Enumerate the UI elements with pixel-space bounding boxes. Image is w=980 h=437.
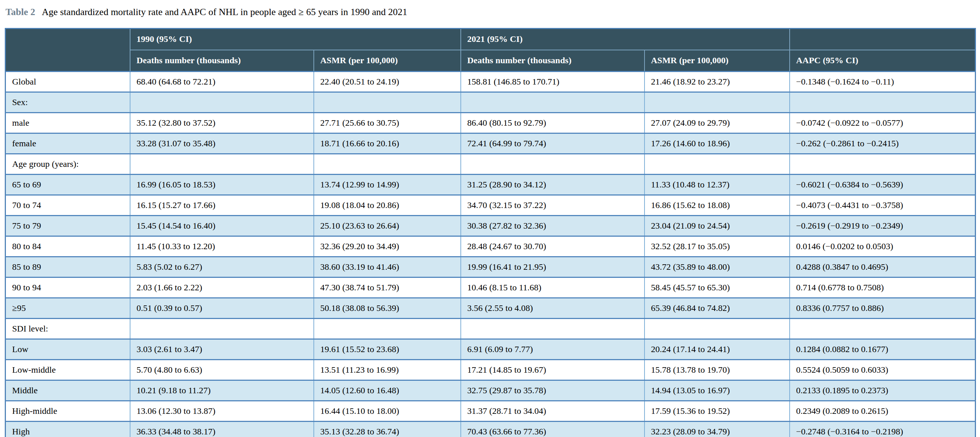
- row-label: Global: [5, 71, 130, 92]
- row-label: High: [5, 421, 130, 437]
- row-label: High-middle: [5, 400, 130, 421]
- data-cell: 16.44 (15.10 to 18.00): [314, 400, 461, 421]
- data-cell: [314, 154, 461, 174]
- table-row: Low3.03 (2.61 to 3.47)19.61 (15.52 to 23…: [5, 339, 975, 359]
- data-cell: 19.61 (15.52 to 23.68): [314, 339, 461, 359]
- data-cell: 16.15 (15.27 to 17.66): [130, 195, 314, 215]
- data-cell: 70.43 (63.66 to 77.36): [461, 421, 644, 437]
- data-cell: 22.40 (20.51 to 24.19): [314, 71, 461, 92]
- header-asmr-1990: ASMR (per 100,000): [314, 50, 461, 72]
- data-cell: 15.78 (13.78 to 19.70): [644, 359, 790, 380]
- data-cell: 23.04 (21.09 to 24.54): [644, 215, 790, 236]
- data-cell: −0.4073 (−0.4431 to −0.3758): [790, 195, 975, 215]
- table-row: 90 to 942.03 (1.66 to 2.22)47.30 (38.74 …: [5, 277, 975, 298]
- data-cell: 13.51 (11.23 to 16.99): [314, 359, 461, 380]
- data-cell: [644, 318, 790, 339]
- data-cell: [130, 318, 314, 339]
- header-group-2021: 2021 (95% CI): [461, 28, 790, 50]
- header-aapc: AAPC (95% CI): [790, 50, 975, 72]
- table-row: Global68.40 (64.68 to 72.21)22.40 (20.51…: [5, 71, 975, 92]
- data-cell: 14.94 (13.05 to 16.97): [644, 380, 790, 400]
- data-cell: 158.81 (146.85 to 170.71): [461, 71, 644, 92]
- row-label: Middle: [5, 380, 130, 400]
- data-cell: 14.05 (12.60 to 16.48): [314, 380, 461, 400]
- row-label: SDI level:: [5, 318, 130, 339]
- data-cell: 16.86 (15.62 to 18.08): [644, 195, 790, 215]
- table-row: ≥950.51 (0.39 to 0.57)50.18 (38.08 to 56…: [5, 298, 975, 318]
- row-label: 85 to 89: [5, 257, 130, 277]
- data-cell: 47.30 (38.74 to 51.79): [314, 277, 461, 298]
- data-cell: [314, 92, 461, 112]
- table-row: Middle10.21 (9.18 to 11.27)14.05 (12.60 …: [5, 380, 975, 400]
- table-row: Low-middle5.70 (4.80 to 6.63)13.51 (11.2…: [5, 359, 975, 380]
- data-cell: [461, 92, 644, 112]
- mortality-table: 1990 (95% CI) 2021 (95% CI) Deaths numbe…: [5, 28, 976, 437]
- data-cell: 86.40 (80.15 to 92.79): [461, 112, 644, 133]
- data-cell: 36.33 (34.48 to 38.17): [130, 421, 314, 437]
- header-deaths-1990: Deaths number (thousands): [130, 50, 314, 72]
- header-sub-row: Deaths number (thousands) ASMR (per 100,…: [5, 50, 975, 72]
- data-cell: 3.03 (2.61 to 3.47): [130, 339, 314, 359]
- row-label: 65 to 69: [5, 174, 130, 195]
- data-cell: 17.26 (14.60 to 18.96): [644, 133, 790, 154]
- data-cell: −0.2619 (−0.2919 to −0.2349): [790, 215, 975, 236]
- data-cell: 0.0146 (−0.0202 to 0.0503): [790, 236, 975, 257]
- row-label: 80 to 84: [5, 236, 130, 257]
- data-cell: 33.28 (31.07 to 35.48): [130, 133, 314, 154]
- data-cell: 21.46 (18.92 to 23.27): [644, 71, 790, 92]
- section-row: SDI level:: [5, 318, 975, 339]
- data-cell: 32.23 (28.09 to 34.79): [644, 421, 790, 437]
- header-corner-cell: [5, 28, 130, 71]
- data-cell: 72.41 (64.99 to 79.74): [461, 133, 644, 154]
- data-cell: 17.21 (14.85 to 19.67): [461, 359, 644, 380]
- data-cell: 35.13 (32.28 to 36.74): [314, 421, 461, 437]
- data-cell: 0.51 (0.39 to 0.57): [130, 298, 314, 318]
- data-cell: 13.74 (12.99 to 14.99): [314, 174, 461, 195]
- data-cell: 10.46 (8.15 to 11.68): [461, 277, 644, 298]
- data-cell: 35.12 (32.80 to 37.52): [130, 112, 314, 133]
- data-cell: [644, 154, 790, 174]
- data-cell: [790, 92, 975, 112]
- table-row: 85 to 895.83 (5.02 to 6.27)38.60 (33.19 …: [5, 257, 975, 277]
- data-cell: 0.4288 (0.3847 to 0.4695): [790, 257, 975, 277]
- data-cell: −0.1348 (−0.1624 to −0.11): [790, 71, 975, 92]
- data-cell: [314, 318, 461, 339]
- data-cell: [461, 154, 644, 174]
- data-cell: 34.70 (32.15 to 37.22): [461, 195, 644, 215]
- data-cell: 17.59 (15.36 to 19.52): [644, 400, 790, 421]
- table-row: male35.12 (32.80 to 37.52)27.71 (25.66 t…: [5, 112, 975, 133]
- data-cell: 16.99 (16.05 to 18.53): [130, 174, 314, 195]
- data-cell: 5.83 (5.02 to 6.27): [130, 257, 314, 277]
- page: Table 2Age standardized mortality rate a…: [0, 0, 980, 437]
- table-body: Global68.40 (64.68 to 72.21)22.40 (20.51…: [5, 71, 975, 437]
- section-row: Age group (years):: [5, 154, 975, 174]
- header-deaths-2021: Deaths number (thousands): [461, 50, 644, 72]
- data-cell: 0.8336 (0.7757 to 0.886): [790, 298, 975, 318]
- data-cell: 0.5524 (0.5059 to 0.6033): [790, 359, 975, 380]
- data-cell: 32.52 (28.17 to 35.05): [644, 236, 790, 257]
- table-row: 70 to 7416.15 (15.27 to 17.66)19.08 (18.…: [5, 195, 975, 215]
- row-label: Low: [5, 339, 130, 359]
- header-group-1990: 1990 (95% CI): [130, 28, 461, 50]
- data-cell: 0.1284 (0.0882 to 0.1677): [790, 339, 975, 359]
- data-cell: [790, 154, 975, 174]
- data-cell: 19.08 (18.04 to 20.86): [314, 195, 461, 215]
- data-cell: [130, 92, 314, 112]
- data-cell: [130, 154, 314, 174]
- row-label: 75 to 79: [5, 215, 130, 236]
- row-label: Age group (years):: [5, 154, 130, 174]
- data-cell: 3.56 (2.55 to 4.08): [461, 298, 644, 318]
- table-caption-label: Table 2: [5, 6, 35, 17]
- row-label: Low-middle: [5, 359, 130, 380]
- row-label: 70 to 74: [5, 195, 130, 215]
- data-cell: 2.03 (1.66 to 2.22): [130, 277, 314, 298]
- data-cell: 32.75 (29.87 to 35.78): [461, 380, 644, 400]
- data-cell: 28.48 (24.67 to 30.70): [461, 236, 644, 257]
- data-cell: 38.60 (33.19 to 41.46): [314, 257, 461, 277]
- data-cell: 13.06 (12.30 to 13.87): [130, 400, 314, 421]
- data-cell: 30.38 (27.82 to 32.36): [461, 215, 644, 236]
- data-cell: 27.71 (25.66 to 30.75): [314, 112, 461, 133]
- row-label: ≥95: [5, 298, 130, 318]
- table-caption-text: Age standardized mortality rate and AAPC…: [42, 6, 407, 17]
- table-caption: Table 2Age standardized mortality rate a…: [5, 6, 980, 18]
